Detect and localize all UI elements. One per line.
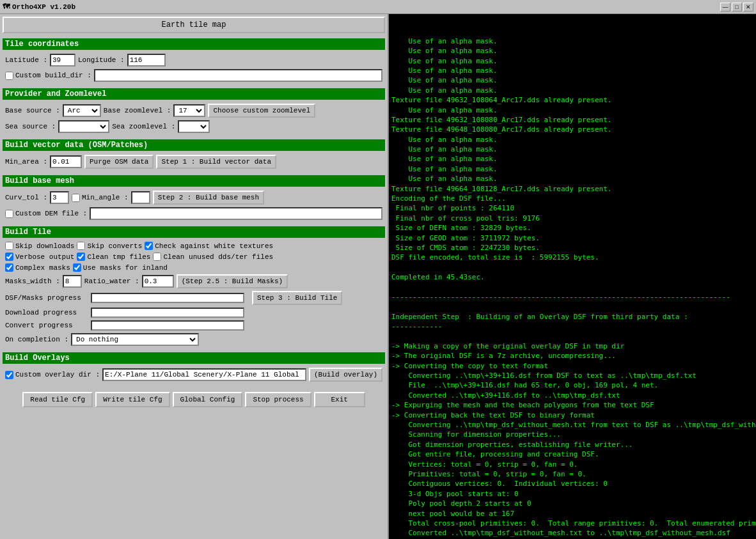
masks-width-label: Masks_width :	[5, 277, 60, 285]
close-button[interactable]: ✕	[743, 3, 753, 12]
tile-coordinates-section: Latitude : Longitude : Custom build_dir …	[3, 52, 385, 86]
custom-dem-row: Custom DEM file :	[5, 207, 382, 220]
skip-downloads-checkbox[interactable]	[5, 242, 13, 250]
verbose-output-checkbox[interactable]	[5, 253, 13, 261]
exit-button[interactable]: Exit	[314, 392, 365, 407]
progress-row2: Download progress	[5, 308, 382, 318]
clean-unused-checkbox[interactable]	[153, 253, 161, 261]
dsf-masks-progress-bar	[91, 293, 244, 303]
sea-zoomlevel-select[interactable]: 14 15 16 17 18	[178, 120, 210, 133]
step3-build-tile-button[interactable]: Step 3 : Build Tile	[252, 291, 342, 305]
minimize-button[interactable]: —	[720, 3, 730, 12]
global-config-button[interactable]: Global Config	[173, 392, 243, 407]
min-area-input[interactable]	[50, 155, 82, 168]
custom-overlay-checkbox[interactable]	[5, 371, 13, 379]
convert-progress-label: Convert progress	[5, 322, 88, 329]
build-overlay-button[interactable]: (Build overlay)	[309, 368, 382, 382]
curv-tol-input[interactable]	[50, 191, 69, 204]
latitude-label: Latitude :	[5, 56, 47, 64]
use-masks-checkbox[interactable]	[73, 263, 81, 272]
tile-options-row2: Verbose output Clean tmp files Clean unu…	[5, 253, 382, 261]
progress-row3: Convert progress	[5, 320, 382, 331]
masks-width-input[interactable]	[63, 275, 82, 288]
skip-converts-checkbox[interactable]	[77, 242, 85, 250]
skip-downloads-label: Skip downloads	[5, 242, 74, 250]
write-tile-cfg-button[interactable]: Write tile Cfg	[95, 392, 169, 407]
bottom-buttons: Read tile Cfg Write tile Cfg Global Conf…	[3, 389, 385, 410]
title-bar: 🗺 Ortho4XP v1.20b — □ ✕	[0, 0, 756, 14]
build-tile-header: Build Tile	[3, 226, 385, 238]
latitude-input[interactable]	[50, 54, 75, 66]
provider-zoomlevel-header: Provider and Zoomlevel	[3, 88, 385, 100]
sea-source-select[interactable]: Arc Bing	[58, 120, 109, 133]
custom-build-dir-label: Custom build_dir :	[5, 72, 91, 80]
progress-row1: DSF/Masks progress Step 3 : Build Tile	[5, 291, 382, 305]
masks-width-row: Masks_width : Ratio_water : (Step 2.5 : …	[5, 274, 382, 288]
tile-coordinates-header: Tile coordinates	[3, 38, 385, 50]
custom-overlay-input[interactable]	[102, 368, 306, 381]
build-base-mesh-section: Curv_tol : Min_angle : Step 2 : Build ba…	[3, 189, 385, 224]
build-vector-section: Min_area : Purge OSM data Step 1 : Build…	[3, 153, 385, 173]
title-bar-left: 🗺 Ortho4XP v1.20b	[3, 3, 75, 11]
build-tile-section: Skip downloads Skip converts Check again…	[3, 240, 385, 350]
check-white-label: Check against white textures	[145, 242, 273, 250]
on-completion-row: On completion : Do nothing Shutdown Rest…	[5, 333, 382, 346]
curv-tol-label: Curv_tol :	[5, 194, 47, 201]
build-overlays-header: Build Overlays	[3, 352, 385, 364]
clean-tmp-label: Clean tmp files	[77, 253, 150, 261]
on-completion-select[interactable]: Do nothing Shutdown Restart	[71, 333, 199, 346]
base-zoomlevel-select[interactable]: 14 15 16 17 18 19	[173, 104, 205, 117]
longitude-label: Longitude :	[78, 56, 125, 64]
min-angle-input[interactable]	[131, 191, 150, 204]
sea-source-label: Sea source :	[5, 123, 56, 130]
convert-progress-bar	[91, 320, 244, 331]
min-angle-checkbox[interactable]	[72, 194, 80, 202]
dsf-masks-progress-label: DSF/Masks progress	[5, 294, 88, 302]
custom-build-dir-input[interactable]	[94, 69, 382, 82]
use-masks-label: Use masks for inland	[73, 263, 168, 272]
min-area-row: Min_area : Purge OSM data Step 1 : Build…	[5, 155, 382, 169]
sea-source-row: Sea source : Arc Bing Sea zoomlevel : 14…	[5, 120, 382, 133]
custom-dem-label: Custom DEM file :	[5, 210, 87, 218]
title-bar-controls[interactable]: — □ ✕	[720, 3, 753, 12]
custom-dem-checkbox[interactable]	[5, 210, 13, 218]
choose-custom-zoomlevel-button[interactable]: Choose custom zoomlevel	[208, 104, 315, 118]
longitude-input[interactable]	[127, 54, 166, 66]
step2-build-base-mesh-button[interactable]: Step 2 : Build base mesh	[153, 191, 264, 205]
stop-process-button[interactable]: Stop process	[245, 392, 311, 407]
purge-osm-button[interactable]: Purge OSM data	[84, 155, 154, 169]
lat-lon-row: Latitude : Longitude :	[5, 54, 382, 66]
maximize-button[interactable]: □	[732, 3, 742, 12]
left-panel: Earth tile map Tile coordinates Latitude…	[0, 14, 389, 539]
step25-build-masks-button[interactable]: (Step 2.5 : Build Masks)	[177, 274, 288, 288]
ratio-water-label: Ratio_water :	[84, 277, 139, 285]
base-source-label: Base source :	[5, 107, 60, 114]
custom-build-dir-checkbox[interactable]	[5, 72, 13, 80]
read-tile-cfg-button[interactable]: Read tile Cfg	[22, 392, 93, 407]
log-content: Use of an alpha mask. Use of an alpha ma…	[391, 36, 753, 539]
step1-build-vector-button[interactable]: Step 1 : Build vector data	[156, 155, 276, 169]
min-angle-check-label: Min_angle :	[72, 194, 129, 202]
check-white-checkbox[interactable]	[145, 242, 153, 250]
earth-tile-button[interactable]: Earth tile map	[3, 17, 385, 33]
custom-overlay-checkbox-label: Custom overlay dir :	[5, 371, 100, 379]
base-zoomlevel-label: Base zoomlevel :	[104, 107, 171, 114]
download-progress-bar	[91, 308, 244, 318]
on-completion-label: On completion :	[5, 336, 68, 343]
complex-masks-checkbox[interactable]	[5, 263, 13, 272]
app-title: Ortho4XP v1.20b	[12, 3, 75, 11]
verbose-output-label: Verbose output	[5, 253, 74, 261]
custom-dem-input[interactable]	[90, 207, 382, 220]
download-progress-label: Download progress	[5, 309, 88, 316]
base-source-select[interactable]: Arc Bing Google USGS	[63, 104, 101, 117]
curv-tol-row: Curv_tol : Min_angle : Step 2 : Build ba…	[5, 191, 382, 205]
sea-zoomlevel-label: Sea zoomlevel :	[112, 123, 175, 130]
custom-build-dir-row: Custom build_dir :	[5, 69, 382, 82]
clean-tmp-checkbox[interactable]	[77, 253, 85, 261]
build-overlays-section: Custom overlay dir : (Build overlay)	[3, 366, 385, 386]
custom-overlay-row: Custom overlay dir : (Build overlay)	[5, 368, 382, 382]
tile-options-row1: Skip downloads Skip converts Check again…	[5, 242, 382, 250]
skip-converts-label: Skip converts	[77, 242, 142, 250]
log-panel: Use of an alpha mask. Use of an alpha ma…	[389, 14, 756, 539]
ratio-water-input[interactable]	[142, 275, 174, 288]
